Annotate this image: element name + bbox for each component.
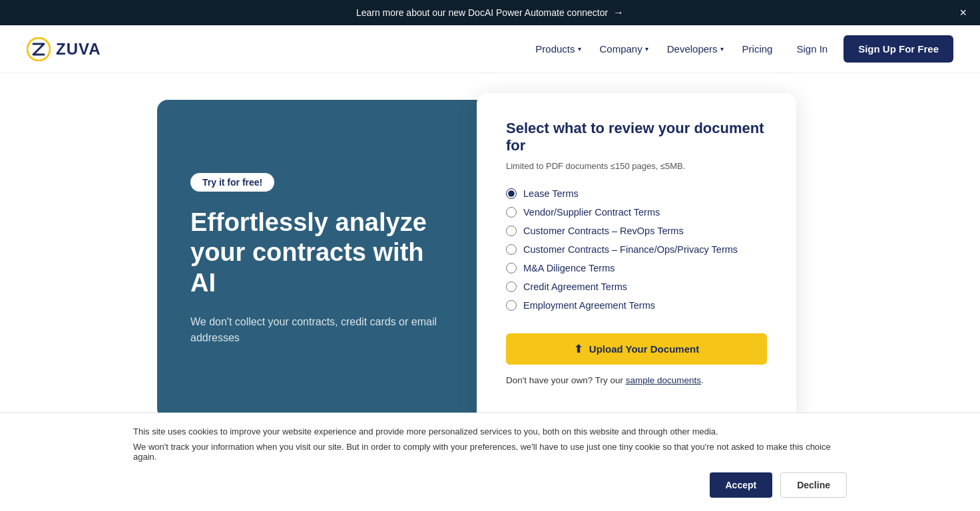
hero-subtitle: We don't collect your contracts, credit … [190,314,450,346]
announcement-arrow-icon: → [613,7,624,19]
option-label: Credit Agreement Terms [523,281,627,292]
radio-ma-diligence[interactable] [506,263,517,273]
try-badge: Try it for free! [190,173,274,192]
hero-left: Try it for free! Effortlessly analyze yo… [157,100,483,419]
nav-link-company[interactable]: Company ▾ [592,38,656,60]
sample-text-before: Don't have your own? Try our [506,375,626,385]
nav-link-pricing[interactable]: Pricing [734,38,781,60]
nav-item-developers[interactable]: Developers ▾ [659,38,732,60]
radio-employment-agreement[interactable] [506,300,517,311]
chevron-down-icon: ▾ [720,45,724,53]
option-vendor-supplier[interactable]: Vendor/Supplier Contract Terms [506,203,767,222]
option-label: Employment Agreement Terms [523,300,655,311]
option-label: Customer Contracts – RevOps Terms [523,226,684,236]
announcement-bar: Learn more about our new DocAI Power Aut… [0,0,980,25]
sample-text-after: . [701,375,704,385]
upload-icon: ⬆ [574,343,583,355]
option-employment-agreement[interactable]: Employment Agreement Terms [506,296,767,315]
chevron-down-icon: ▾ [645,45,648,53]
chevron-down-icon: ▾ [578,45,581,53]
nav-item-company[interactable]: Company ▾ [592,38,656,60]
option-credit-agreement[interactable]: Credit Agreement Terms [506,277,767,296]
option-ma-diligence[interactable]: M&A Diligence Terms [506,259,767,277]
hero-card: Select what to review your document for … [477,93,796,419]
sample-documents-link[interactable]: sample documents [626,375,701,385]
option-label: Lease Terms [523,188,579,199]
option-label: M&A Diligence Terms [523,263,615,273]
nav-link-developers[interactable]: Developers ▾ [659,38,732,60]
signup-button[interactable]: Sign Up For Free [844,35,953,63]
card-subtitle: Limited to PDF documents ≤150 pages, ≤5M… [506,161,767,171]
signin-link[interactable]: Sign In [786,38,838,60]
logo-text: ZUVA [56,40,101,59]
logo-link[interactable]: ZUVA [27,37,101,61]
nav-link-products[interactable]: Products ▾ [527,38,589,60]
radio-customer-revops[interactable] [506,226,517,236]
hero-title: Effortlessly analyze your contracts with… [190,208,450,299]
radio-customer-finance[interactable] [506,244,517,255]
hero-inner: Try it for free! Effortlessly analyze yo… [157,100,823,419]
nav-links: Products ▾ Company ▾ Developers ▾ Pricin… [527,38,780,60]
navbar: ZUVA Products ▾ Company ▾ Developers ▾ P… [0,25,980,73]
announcement-close-button[interactable]: × [959,7,967,19]
upload-button[interactable]: ⬆ Upload Your Document [506,333,767,365]
nav-item-products[interactable]: Products ▾ [527,38,589,60]
sample-text: Don't have your own? Try our sample docu… [506,375,767,385]
option-customer-finance[interactable]: Customer Contracts – Finance/Ops/Privacy… [506,240,767,259]
hero-section: Try it for free! Effortlessly analyze yo… [0,73,980,419]
radio-vendor-supplier[interactable] [506,207,517,218]
radio-lease-terms[interactable] [506,188,517,199]
nav-item-pricing[interactable]: Pricing [734,38,781,60]
option-label: Vendor/Supplier Contract Terms [523,207,660,218]
logo-icon [27,37,51,61]
radio-credit-agreement[interactable] [506,281,517,292]
option-label: Customer Contracts – Finance/Ops/Privacy… [523,244,738,255]
cookie-banner: This site uses cookies to improve your w… [0,413,980,419]
upload-label: Upload Your Document [589,343,699,355]
review-options: Lease Terms Vendor/Supplier Contract Ter… [506,184,767,315]
card-title: Select what to review your document for [506,120,767,154]
option-customer-revops[interactable]: Customer Contracts – RevOps Terms [506,222,767,240]
announcement-text: Learn more about our new DocAI Power Aut… [356,7,608,18]
option-lease-terms[interactable]: Lease Terms [506,184,767,203]
